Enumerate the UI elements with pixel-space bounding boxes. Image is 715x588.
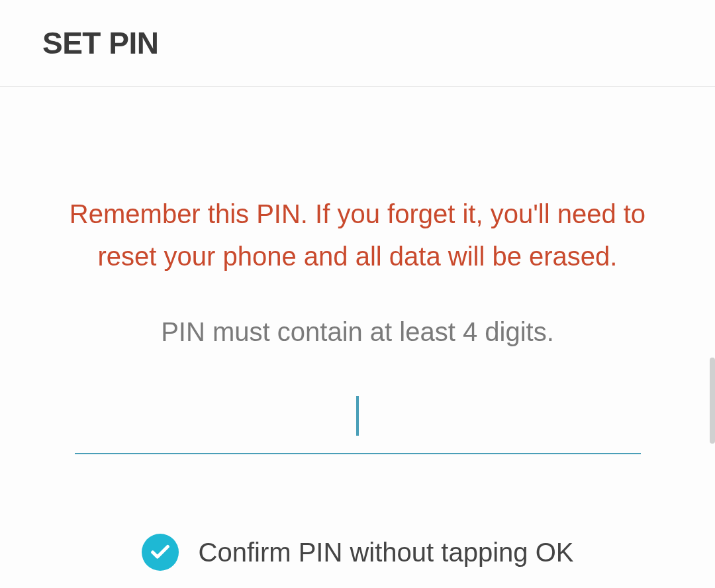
scrollbar[interactable] [710,358,715,444]
page-header: SET PIN [0,0,715,87]
pin-input-wrapper[interactable] [75,393,641,454]
page-title: SET PIN [42,25,673,61]
checkmark-icon [142,534,179,571]
warning-message: Remember this PIN. If you forget it, you… [26,193,689,277]
pin-input-container [26,393,689,454]
pin-input[interactable] [75,393,641,454]
pin-hint: PIN must contain at least 4 digits. [26,317,689,347]
checkbox-label: Confirm PIN without tapping OK [199,538,574,567]
confirm-without-ok-checkbox-row[interactable]: Confirm PIN without tapping OK [26,534,689,571]
content-area: Remember this PIN. If you forget it, you… [0,87,715,571]
